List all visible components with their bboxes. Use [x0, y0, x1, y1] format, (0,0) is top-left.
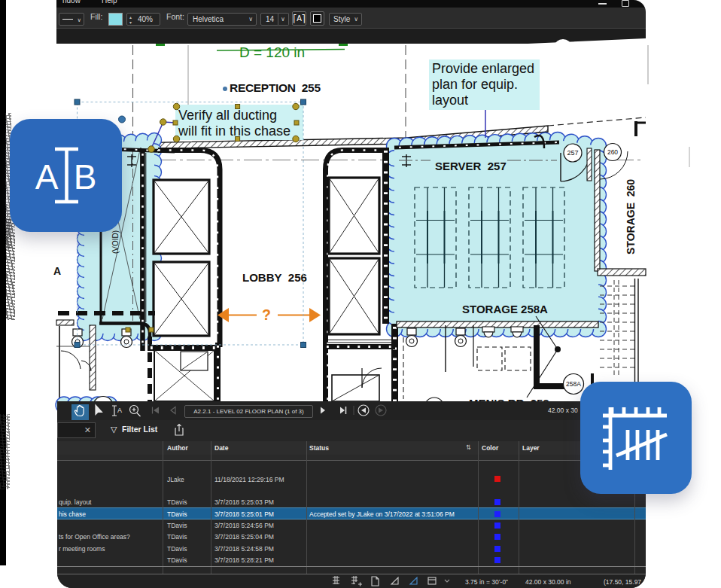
svg-text:A: A [117, 407, 122, 414]
svg-text:Provide enlarged: Provide enlarged [432, 61, 534, 76]
svg-text:258A: 258A [566, 380, 581, 388]
svg-text:257: 257 [567, 149, 578, 157]
svg-text:B: B [74, 157, 97, 197]
svg-text:Verify all ducting: Verify all ducting [178, 108, 277, 123]
svg-text:260: 260 [607, 148, 618, 156]
svg-text:will fit in this chase: will fit in this chase [178, 123, 291, 139]
svg-text:STORAGE 258A: STORAGE 258A [462, 303, 548, 315]
svg-text:A: A [35, 157, 59, 197]
svg-text:?: ? [262, 306, 271, 323]
svg-text:layout: layout [432, 93, 468, 108]
svg-text:RECEPTION 255: RECEPTION 255 [230, 81, 321, 94]
svg-text:SERVER 257: SERVER 257 [435, 160, 507, 172]
svg-text:plan for equip.: plan for equip. [432, 77, 518, 92]
svg-text:(VOID): (VOID) [111, 230, 120, 254]
svg-text:LOBBY 256: LOBBY 256 [242, 271, 307, 284]
svg-text:STORAGE 260: STORAGE 260 [625, 179, 637, 254]
svg-text:D = 120 in: D = 120 in [239, 44, 305, 60]
svg-text:A: A [53, 265, 61, 277]
